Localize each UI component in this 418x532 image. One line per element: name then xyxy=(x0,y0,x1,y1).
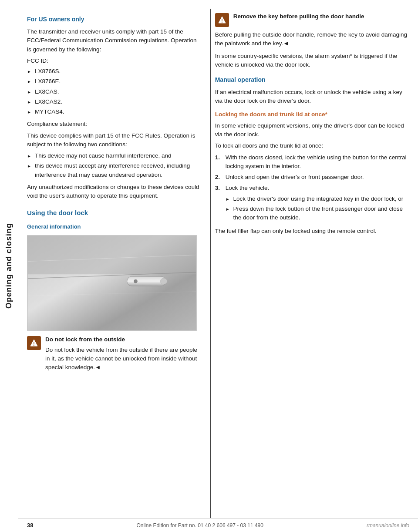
warning-box-outside-lock: ! Do not lock from the outside Do not lo… xyxy=(27,335,201,374)
bullet-icon: ► xyxy=(27,163,31,169)
key-warning-text-block: Remove the key before pulling the door h… xyxy=(233,12,409,22)
warning-icon: ! xyxy=(27,336,41,350)
list-item: 2. Unlock and open the driver's or front… xyxy=(215,173,409,182)
page-container: Opening and closing For US owners only T… xyxy=(0,0,418,532)
sidebar-label: Opening and closing xyxy=(4,223,13,309)
list-item: ►LX8766S. xyxy=(27,67,201,76)
page-footer: 38 Online Edition for Part no. 01 40 2 6… xyxy=(18,518,418,532)
bullet-icon: ► xyxy=(27,99,31,105)
list-item: ► Press down the lock button of the fron… xyxy=(226,205,409,222)
key-warning-body: Before pulling the outside door handle, … xyxy=(215,30,409,48)
bullet-icon: ► xyxy=(27,109,31,115)
step-number: 3. xyxy=(215,184,222,192)
fuel-filler-text: The fuel filler flap can only be locked … xyxy=(215,227,409,236)
list-item: ►LX8CAS2. xyxy=(27,98,201,106)
list-item: ► Lock the driver's door using the integ… xyxy=(226,195,409,203)
sidebar-tab: Opening and closing xyxy=(0,0,18,532)
locking-section-heading: Locking the doors and trunk lid at once* xyxy=(215,110,409,119)
unauthorized-text: Any unauthorized modifications or change… xyxy=(27,183,201,201)
warning-triangle-icon-2: ! xyxy=(218,16,226,24)
compliance-text: This device complies with part 15 of the… xyxy=(27,131,201,149)
svg-rect-1 xyxy=(28,236,196,274)
fcc-id-label: FCC ID: xyxy=(27,57,201,65)
key-warning-title: Remove the key before pulling the door h… xyxy=(233,12,409,21)
step-3-content: Lock the vehicle. ► Lock the driver's do… xyxy=(226,184,409,223)
step-number: 2. xyxy=(215,173,222,182)
footer-main-text: Online Edition for Part no. 01 40 2 606 … xyxy=(136,522,263,529)
list-item: 1. With the doors closed, lock the vehic… xyxy=(215,153,409,171)
key-warning-box: ! Remove the key before pulling the door… xyxy=(215,12,409,27)
svg-text:!: ! xyxy=(221,19,222,24)
door-svg-illustration xyxy=(27,236,196,330)
sub-bullets-list: ► Lock the driver's door using the integ… xyxy=(226,195,409,222)
svg-rect-3 xyxy=(127,276,166,286)
list-item: 3. Lock the vehicle. ► Lock the driver's… xyxy=(215,184,409,223)
list-item: ►LX8CAS. xyxy=(27,88,201,96)
bullet-icon: ► xyxy=(226,196,230,202)
manual-operation-text: If an electrical malfunction occurs, loc… xyxy=(215,88,409,106)
list-item: ►This device may not cause harmful inter… xyxy=(27,152,201,160)
bullet-icon: ► xyxy=(226,206,230,212)
warning-body: Do not lock the vehicle from the outside… xyxy=(45,346,201,372)
page-number: 38 xyxy=(27,522,33,529)
left-column: For US owners only The transmitter and r… xyxy=(18,9,210,518)
compliance-label: Compliance statement: xyxy=(27,120,201,128)
fcc-intro: The transmitter and receiver units compl… xyxy=(27,27,201,54)
car-door-image xyxy=(27,235,197,331)
locking-steps-list: 1. With the doors closed, lock the vehic… xyxy=(215,153,409,224)
fcc-heading: For US owners only xyxy=(27,15,201,24)
to-lock-text: To lock all doors and the trunk lid at o… xyxy=(215,141,409,150)
bullet-icon: ► xyxy=(27,68,31,75)
main-content: For US owners only The transmitter and r… xyxy=(18,0,418,532)
manual-operation-heading: Manual operation xyxy=(215,75,409,84)
warning-triangle-icon: ! xyxy=(30,339,38,347)
fcc-id-list: ►LX8766S. ►LX8766E. ►LX8CAS. ►LX8CAS2. ►… xyxy=(27,67,201,116)
svg-text:!: ! xyxy=(33,342,34,347)
door-lock-heading: Using the door lock xyxy=(27,208,201,218)
columns-layout: For US owners only The transmitter and r… xyxy=(18,0,418,518)
bullet-icon: ► xyxy=(27,153,31,159)
warning-text-block: Do not lock from the outside Do not lock… xyxy=(45,335,201,374)
country-text: In some country-specific versions, the a… xyxy=(215,52,409,70)
list-item: ►LX8766E. xyxy=(27,77,201,86)
right-column: ! Remove the key before pulling the door… xyxy=(211,9,418,518)
svg-point-7 xyxy=(134,279,138,283)
warning-title: Do not lock from the outside xyxy=(45,335,201,344)
general-info-heading: General information xyxy=(27,222,201,231)
key-warning-icon: ! xyxy=(215,13,229,27)
conditions-list: ►This device may not cause harmful inter… xyxy=(27,152,201,179)
bullet-icon: ► xyxy=(27,89,31,95)
list-item: ►this device must accept any interferenc… xyxy=(27,162,201,179)
list-item: ►MYTCAS4. xyxy=(27,108,201,116)
footer-watermark: rmanualonline.info xyxy=(367,522,409,529)
bullet-icon: ► xyxy=(27,78,31,85)
step-number: 1. xyxy=(215,153,222,162)
locking-intro: In some vehicle equipment versions, only… xyxy=(215,121,409,139)
svg-point-4 xyxy=(160,278,167,284)
